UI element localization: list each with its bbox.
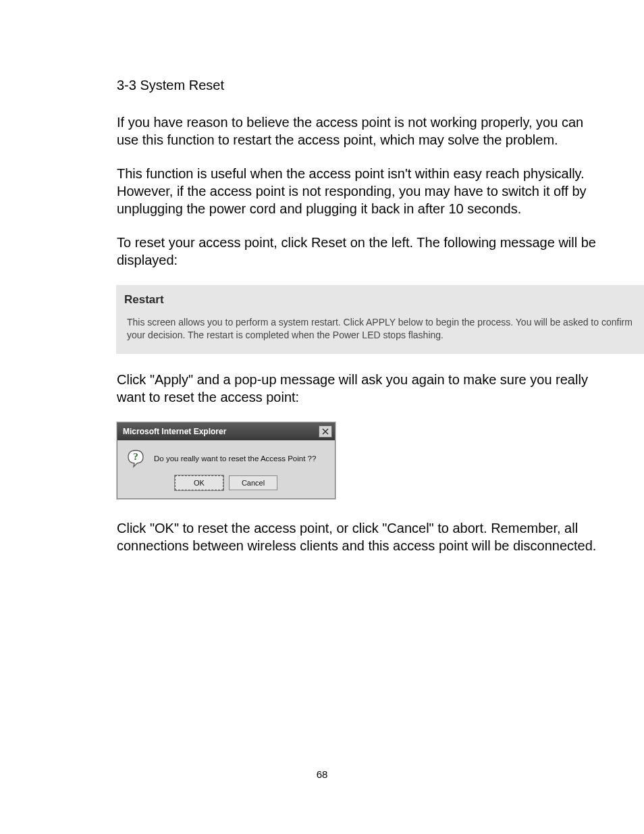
dialog-title-text: Microsoft Internet Explorer	[123, 427, 226, 436]
dialog-message: Do you really want to reset the Access P…	[154, 454, 316, 463]
restart-panel: Restart This screen allows you to perfor…	[116, 285, 644, 354]
page-number: 68	[0, 768, 644, 780]
dialog-titlebar: Microsoft Internet Explorer	[117, 423, 335, 440]
ok-button[interactable]: OK	[175, 475, 223, 490]
restart-panel-title: Restart	[124, 293, 637, 307]
cancel-button[interactable]: Cancel	[229, 475, 277, 490]
paragraph: Click "OK" to reset the access point, or…	[117, 519, 597, 554]
dialog-body: ? Do you really want to reset the Access…	[117, 440, 335, 474]
confirm-dialog: Microsoft Internet Explorer ? Do you rea…	[117, 422, 336, 499]
paragraph: Click "Apply" and a pop-up message will …	[117, 371, 597, 406]
paragraph: This function is useful when the access …	[117, 165, 597, 217]
page-content: 3-3 System Reset If you have reason to b…	[0, 0, 644, 554]
dialog-button-row: OK Cancel	[117, 474, 335, 498]
svg-text:?: ?	[133, 451, 138, 462]
question-icon: ?	[126, 448, 146, 469]
restart-panel-desc: This screen allows you to perform a syst…	[124, 316, 637, 342]
paragraph: If you have reason to believe the access…	[117, 113, 597, 149]
paragraph: To reset your access point, click Reset …	[117, 234, 597, 269]
close-icon[interactable]	[319, 425, 332, 438]
section-title: 3-3 System Reset	[117, 78, 597, 93]
